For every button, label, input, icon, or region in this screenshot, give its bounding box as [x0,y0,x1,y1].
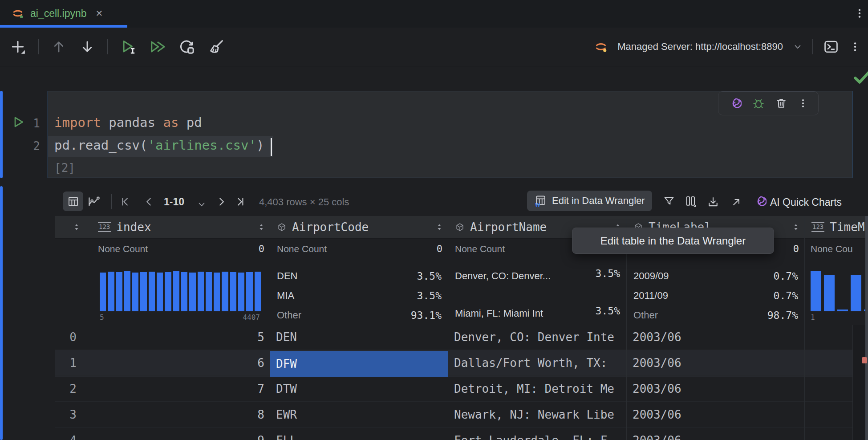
code-text: ) [256,138,264,153]
code-text: pd [178,115,202,130]
toolbar-more-icon[interactable] [849,41,861,53]
filter-icon[interactable] [663,195,675,208]
stat-entry-key: Other [277,310,301,321]
row-number[interactable]: 4 [55,428,91,440]
open-in-new-window-icon[interactable] [730,196,742,208]
cell-airportname[interactable]: Denver, CO: Denver Inte [448,324,626,350]
ai-quick-charts-icon[interactable] [753,195,767,208]
stats-cell-timemonth: None Cou 1 [804,238,868,324]
managed-server-selector[interactable]: Managed Server: http://localhost:8890 [617,41,783,53]
page-range-chevron-icon[interactable] [197,200,207,209]
cell-more-icon[interactable] [798,98,808,109]
code-line-2[interactable]: pd.read_csv('airlines.csv') [54,138,264,153]
cell-airportname[interactable]: Dallas/Fort Worth, TX: [448,350,626,376]
code-line-1[interactable]: import pandas as pd [54,115,202,130]
first-page-button[interactable] [119,196,131,208]
cell-airportname[interactable]: Newark, NJ: Newark Libe [448,402,626,428]
chart-view-toggle[interactable] [87,195,101,208]
table-right-gap [853,325,865,440]
column-header-index[interactable]: 123 index [91,216,270,238]
run-cell-and-select-below-button[interactable] [119,38,137,56]
move-cell-up-button[interactable] [50,38,67,55]
restart-kernel-icon[interactable] [178,38,196,56]
table-icon [67,196,79,208]
row-number[interactable]: 0 [55,324,91,350]
table-dimensions-label: 4,403 rows × 25 cols [259,196,349,208]
ai-quick-charts-label[interactable]: AI Quick Charts [770,196,842,208]
chevron-down-icon[interactable] [793,42,803,52]
histogram-min-label: 5 [100,313,104,322]
next-page-button[interactable] [215,196,227,208]
jupyter-console-icon[interactable] [823,38,840,55]
row-number[interactable]: 1 [55,350,91,376]
run-all-cells-button[interactable] [149,38,166,56]
column-header-timemonth[interactable]: 123 TimeMonth [804,216,868,238]
edit-in-data-wrangler-button[interactable]: W Edit in Data Wrangler [527,191,652,211]
notebook-toolbar: Managed Server: http://localhost:8890 [0,28,868,66]
debug-cell-bug-icon[interactable] [752,97,765,110]
cell-airportname[interactable]: Detroit, MI: Detroit Me [448,376,626,402]
cell-timelabel[interactable]: 2003/06 [626,324,804,350]
cell-airportcode[interactable]: DEN [270,324,448,350]
tab-ai-cell-ipynb[interactable]: ai_cell.ipynb ✕ [5,0,109,27]
row-number-column: 0 1 2 3 4 [55,216,91,440]
move-cell-down-button[interactable] [79,38,96,55]
corner-header-cell[interactable] [55,216,91,238]
cell-index[interactable]: 9 [91,428,270,440]
edit-button-label: Edit in Data Wrangler [552,195,645,207]
grid-line [270,216,270,440]
ai-assistant-icon[interactable] [728,97,742,110]
cell-timelabel[interactable]: 2003/06 [626,428,804,440]
data-wrangler-icon: W [534,195,547,207]
column-name: AirportCode [292,220,369,234]
tooltip-text: Edit table in the Data Wrangler [600,235,746,247]
vertical-scrollbar[interactable] [865,216,868,440]
none-count-label: None Count [455,244,505,254]
cell-airportname[interactable]: Fort Lauderdale, FL: F [448,428,626,440]
grid-line [804,216,805,440]
stats-cell-index: None Count 0 5 4407 [91,238,270,324]
timemonth-histogram [811,271,868,311]
last-page-button[interactable] [235,196,246,208]
cell-airportcode[interactable]: FLL [270,428,448,440]
sort-arrows-icon[interactable] [792,223,800,232]
keyword-as: as [163,115,178,130]
previous-page-button[interactable] [143,196,155,208]
cell-index[interactable]: 6 [91,350,270,376]
selected-cell-airportcode[interactable]: DFW [270,351,448,377]
cell-hover-toolbar [718,91,819,115]
execution-count: [2] [54,161,75,175]
cell-index[interactable]: 8 [91,402,270,428]
cell-timelabel[interactable]: 2003/06 [626,402,804,428]
cell-airportcode[interactable]: EWR [270,402,448,428]
tab-bar-more-icon[interactable] [854,8,865,19]
export-download-icon[interactable] [707,196,719,208]
jupyter-server-icon [594,40,608,53]
table-view-toggle[interactable] [63,191,83,211]
delete-cell-trash-icon[interactable] [775,97,787,110]
cell-timelabel[interactable]: 2003/06 [626,350,804,376]
object-type-icon [455,222,465,232]
cell-airportcode[interactable]: DTW [270,376,448,402]
clear-outputs-broom-icon[interactable] [207,38,225,56]
cell-index[interactable]: 5 [91,324,270,350]
sort-arrows-icon[interactable] [73,223,81,232]
run-cell-gutter-button[interactable] [12,115,26,129]
string-literal: 'airlines.csv' [148,138,256,153]
separator [107,39,108,54]
column-list-icon[interactable] [684,195,698,208]
column-name: TimeMonth [830,220,868,234]
stat-entry-value: 0.7% [774,270,798,282]
sort-arrows-icon[interactable] [257,223,265,232]
tab-close-icon[interactable]: ✕ [96,8,103,19]
scrollbar-marker [862,357,867,363]
sort-arrows-icon[interactable] [435,223,443,232]
row-number[interactable]: 2 [55,376,91,402]
grid-line [91,216,91,440]
page-range-selector[interactable]: 1-10 [164,196,184,208]
cell-timelabel[interactable]: 2003/06 [626,376,804,402]
add-cell-button[interactable] [9,38,27,56]
row-number[interactable]: 3 [55,402,91,428]
column-header-airportcode[interactable]: AirportCode [270,216,448,238]
cell-index[interactable]: 7 [91,376,270,402]
